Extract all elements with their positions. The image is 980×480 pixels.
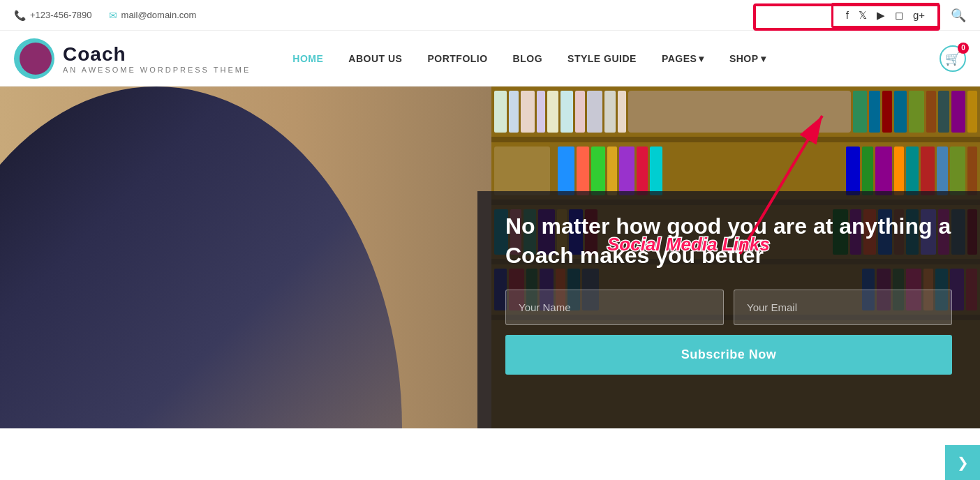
logo-circle-inner bbox=[20, 43, 52, 75]
top-bar-right: f 𝕏 ▶ ◻ g+ 🔍 bbox=[831, 3, 966, 28]
instagram-icon[interactable]: ◻ bbox=[895, 9, 903, 22]
nav-blog[interactable]: BLOG bbox=[513, 53, 542, 64]
logo-text: Coach An awesome WordPress theme bbox=[63, 43, 251, 74]
name-input[interactable] bbox=[505, 290, 724, 325]
site-subtitle: An awesome WordPress theme bbox=[63, 66, 251, 74]
social-box: f 𝕏 ▶ ◻ g+ bbox=[831, 3, 940, 28]
cart-button[interactable]: 🛒 0 bbox=[940, 45, 966, 72]
email-contact: ✉ mail@domain.com bbox=[109, 10, 197, 21]
phone-contact: 📞 +123-456-7890 bbox=[14, 10, 92, 21]
shelf-row-1 bbox=[491, 87, 980, 142]
email-input[interactable] bbox=[734, 290, 952, 325]
cart-badge: 0 bbox=[958, 43, 969, 54]
facebook-icon[interactable]: f bbox=[846, 9, 849, 21]
navbar: Coach An awesome WordPress theme HOME AB… bbox=[0, 31, 980, 87]
nav-right: 🛒 0 bbox=[940, 45, 966, 72]
youtube-icon[interactable]: ▶ bbox=[877, 9, 885, 22]
shop-chevron-icon: ▾ bbox=[761, 53, 766, 64]
email-icon: ✉ bbox=[109, 10, 117, 21]
top-bar-left: 📞 +123-456-7890 ✉ mail@domain.com bbox=[14, 10, 196, 21]
subscribe-button[interactable]: Subscribe Now bbox=[505, 335, 952, 375]
email-address: mail@domain.com bbox=[121, 10, 197, 20]
nav-portfolio[interactable]: PORTFOLIO bbox=[427, 53, 487, 64]
logo-area: Coach An awesome WordPress theme bbox=[14, 38, 251, 79]
phone-icon: 📞 bbox=[14, 10, 26, 21]
hero-text-panel: No matter how good you are at anything a… bbox=[477, 191, 980, 428]
pages-chevron-icon: ▾ bbox=[699, 53, 704, 64]
nav-links: HOME ABOUT US PORTFOLIO BLOG STYLE GUIDE… bbox=[292, 53, 940, 64]
nav-pages[interactable]: PAGES ▾ bbox=[662, 53, 704, 64]
nav-home[interactable]: HOME bbox=[292, 53, 323, 64]
search-button[interactable]: 🔍 bbox=[951, 8, 966, 23]
logo-icon bbox=[14, 38, 54, 79]
nav-shop[interactable]: SHOP ▾ bbox=[729, 53, 766, 64]
nav-style-guide[interactable]: STYLE GUIDE bbox=[567, 53, 637, 64]
hero-heading: No matter how good you are at anything a… bbox=[505, 212, 952, 270]
twitter-icon[interactable]: 𝕏 bbox=[859, 9, 867, 22]
top-bar: 📞 +123-456-7890 ✉ mail@domain.com f 𝕏 ▶ … bbox=[0, 0, 980, 31]
site-title: Coach bbox=[63, 43, 251, 66]
hero-section: No matter how good you are at anything a… bbox=[0, 87, 980, 428]
hero-form: Subscribe Now bbox=[505, 290, 952, 375]
hero-form-row bbox=[505, 290, 952, 325]
nav-about[interactable]: ABOUT US bbox=[348, 53, 402, 64]
phone-number: +123-456-7890 bbox=[30, 10, 92, 20]
googleplus-icon[interactable]: g+ bbox=[913, 9, 925, 21]
